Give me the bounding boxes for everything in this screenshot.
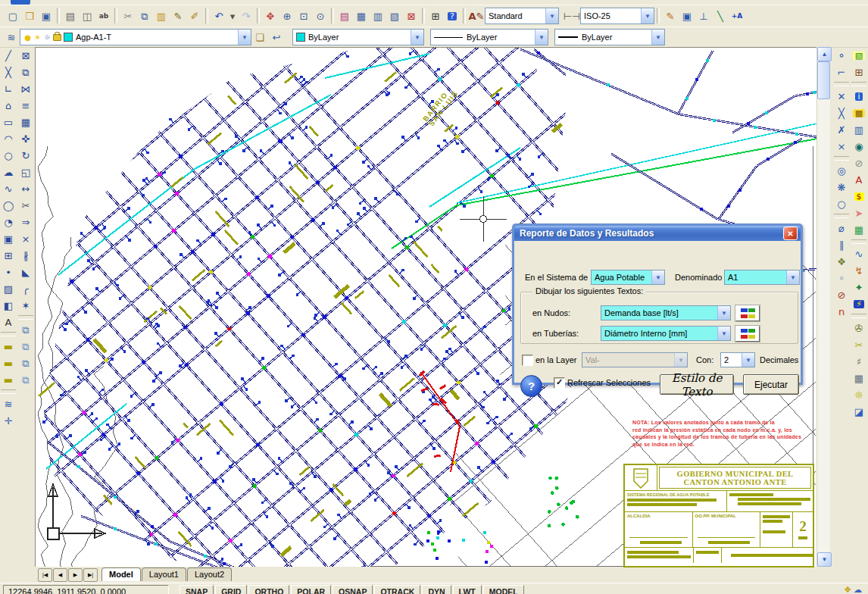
- hand-pick-icon[interactable]: ➤: [851, 205, 867, 221]
- columns-report-icon[interactable]: ▥: [851, 121, 867, 138]
- copy-object-icon[interactable]: ⧉: [17, 64, 34, 80]
- line-icon[interactable]: ╱: [0, 47, 17, 64]
- valve-icon[interactable]: ⌀: [833, 220, 850, 236]
- pipe-delete-icon[interactable]: ✗: [833, 121, 850, 138]
- zoom-previous-icon[interactable]: ⊙: [312, 8, 329, 24]
- pipe-split-icon[interactable]: ✕: [833, 88, 850, 105]
- clip-icon[interactable]: ✇: [851, 320, 867, 336]
- tray-alert-icon[interactable]: ❖: [844, 585, 851, 594]
- text-style-combo[interactable]: Standard ▼: [485, 8, 559, 24]
- plugin-axis-icon[interactable]: ✛: [0, 412, 17, 429]
- chevron-down-icon[interactable]: ▼: [651, 30, 664, 45]
- vertical-scroll-thumb[interactable]: [817, 61, 830, 99]
- selection-tool-icon[interactable]: ❖: [833, 253, 850, 270]
- chevron-down-icon[interactable]: ▼: [545, 8, 558, 23]
- nudos-table-button[interactable]: [735, 305, 760, 321]
- linetype-combo[interactable]: ByLayer ▼: [430, 29, 548, 45]
- node-small-icon[interactable]: ◦: [833, 270, 850, 286]
- stretch-icon[interactable]: ↔: [17, 180, 34, 197]
- person-icon[interactable]: ✦: [851, 279, 867, 295]
- save-icon[interactable]: ▣: [38, 8, 55, 24]
- draworder-under-icon[interactable]: ⧉: [17, 371, 34, 388]
- color-combo[interactable]: ByLayer ▼: [292, 29, 424, 45]
- plugin-edit-text-icon[interactable]: ✎: [662, 8, 679, 24]
- person-info-icon[interactable]: ◉: [851, 138, 867, 155]
- pipe-cross-icon[interactable]: ╳: [833, 105, 850, 121]
- chevron-down-icon[interactable]: ▼: [535, 30, 548, 45]
- layer-checkbox[interactable]: [522, 355, 533, 366]
- landscape-icon[interactable]: ▦: [851, 221, 867, 238]
- scale-icon[interactable]: ◱: [17, 164, 34, 180]
- draworder-front-icon[interactable]: ⧉: [17, 321, 34, 338]
- lock-data-icon[interactable]: ▩: [851, 105, 867, 121]
- chevron-down-icon[interactable]: ▼: [651, 270, 664, 284]
- new-icon[interactable]: ▢: [5, 8, 21, 24]
- construction-line-icon[interactable]: ╳: [0, 64, 17, 80]
- node-circle-icon[interactable]: ◎: [833, 162, 850, 179]
- rectangle-icon[interactable]: ▭: [0, 114, 17, 130]
- node-cluster-icon[interactable]: ❋: [833, 179, 850, 195]
- node-link-icon[interactable]: ⌐: [833, 64, 850, 80]
- copy-icon[interactable]: ⧉: [136, 8, 153, 24]
- estilo-texto-button[interactable]: Estilo de Texto: [660, 374, 734, 395]
- n-tool-icon[interactable]: n: [833, 303, 850, 320]
- status-toggle-polar[interactable]: POLAR: [291, 585, 331, 594]
- spline-icon[interactable]: ∿: [0, 180, 17, 197]
- tab-layout1[interactable]: Layout1: [142, 567, 186, 581]
- plot-icon[interactable]: ▤: [62, 8, 79, 24]
- hatch-icon[interactable]: ▨: [0, 280, 17, 297]
- array-icon[interactable]: ▦: [17, 114, 34, 130]
- insert-block-icon[interactable]: ▣: [0, 230, 17, 247]
- zoom-realtime-icon[interactable]: ⊕: [279, 8, 295, 24]
- break-at-point-icon[interactable]: ×: [17, 230, 34, 247]
- status-toggle-lwt[interactable]: LWT: [453, 585, 482, 594]
- make-object-layer-current-icon[interactable]: ❏: [251, 29, 268, 45]
- markup-set-manager-icon[interactable]: ⊠: [403, 8, 420, 24]
- draworder-above-icon[interactable]: ⧉: [17, 355, 34, 371]
- circle-icon[interactable]: ○: [0, 147, 17, 164]
- point-icon[interactable]: •: [0, 264, 17, 280]
- decimals-combo[interactable]: 2 ▼: [720, 352, 755, 367]
- no-zoom-icon[interactable]: ⊘: [851, 155, 867, 171]
- system-combo[interactable]: Agua Potable ▼: [591, 270, 665, 285]
- parallel-lines-icon[interactable]: ∥: [833, 236, 850, 253]
- chevron-down-icon[interactable]: ▼: [641, 8, 654, 23]
- denominado-combo[interactable]: A1 ▼: [724, 270, 800, 285]
- close-icon[interactable]: ✕: [783, 227, 798, 240]
- ejecutar-button[interactable]: Ejecutar: [743, 374, 799, 395]
- tuberias-table-button[interactable]: [735, 326, 760, 342]
- trim-icon[interactable]: ✂: [17, 197, 34, 214]
- ellipse-icon[interactable]: ◯: [0, 197, 17, 214]
- text-style-icon[interactable]: A✎: [468, 8, 485, 24]
- match-properties-icon[interactable]: ✎: [170, 8, 186, 24]
- mirror-icon[interactable]: ⋈: [17, 80, 34, 97]
- tab-nav-1-icon[interactable]: ◀: [53, 568, 67, 582]
- chevron-down-icon[interactable]: ▼: [742, 353, 754, 367]
- results-chart-icon[interactable]: ▧: [851, 47, 867, 64]
- designcenter-icon[interactable]: ▦: [353, 8, 370, 24]
- text-style-plugin-icon[interactable]: A: [851, 171, 867, 188]
- cut-net-icon[interactable]: ✂: [851, 336, 867, 353]
- plugin-measure-line-icon[interactable]: ╲: [712, 8, 729, 24]
- gradient-icon[interactable]: ◧: [0, 297, 17, 314]
- tab-nav-3-icon[interactable]: ▶|: [83, 568, 98, 582]
- cut-icon[interactable]: ✂: [120, 8, 136, 24]
- plugin-dim-olive-1-icon[interactable]: ▬: [0, 338, 17, 355]
- net-icon[interactable]: ▦: [851, 370, 867, 386]
- scroll-down-icon[interactable]: ▼: [817, 552, 832, 567]
- status-toggle-otrack[interactable]: OTRACK: [374, 585, 420, 594]
- no-draw-icon[interactable]: ⊘: [833, 286, 850, 303]
- plot-preview-icon[interactable]: ◫: [79, 8, 95, 24]
- cost-icon[interactable]: $: [851, 188, 867, 205]
- move-icon[interactable]: ✜: [17, 130, 34, 147]
- faucet-icon[interactable]: ↯: [851, 262, 867, 279]
- open-icon[interactable]: ❒: [21, 8, 38, 24]
- break-icon[interactable]: ∦: [17, 247, 34, 264]
- sheet-set-manager-icon[interactable]: ▧: [386, 8, 403, 24]
- zoom-sheet-icon[interactable]: ⊞: [851, 64, 867, 80]
- multiline-text-icon[interactable]: A: [0, 314, 17, 330]
- nudos-combo[interactable]: Demanda base [lt/s] ▼: [601, 305, 731, 320]
- layer-properties-icon[interactable]: ≋: [3, 29, 20, 45]
- properties-icon[interactable]: ▤: [336, 8, 353, 24]
- chevron-down-icon[interactable]: ▼: [717, 306, 730, 320]
